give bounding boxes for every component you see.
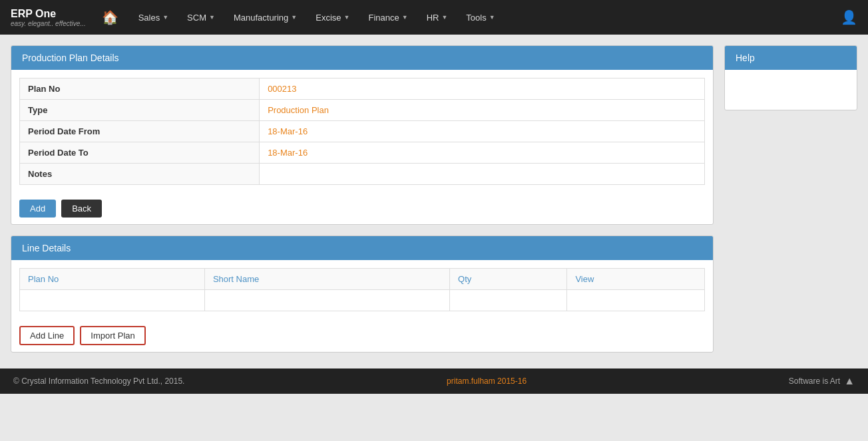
empty-row — [20, 290, 705, 311]
back-button[interactable]: Back — [61, 200, 102, 218]
help-title: Help — [736, 53, 755, 63]
nav-finance-label: Finance — [368, 13, 399, 23]
nav-hr-label: HR — [427, 13, 439, 23]
left-panel: Production Plan Details Plan No 000213 T… — [11, 45, 714, 353]
right-panel: Help — [724, 45, 857, 353]
col-view: View — [567, 269, 705, 290]
user-icon[interactable]: 👤 — [841, 9, 857, 25]
nav-hr[interactable]: HR ▼ — [417, 0, 457, 35]
nav-scm-arrow: ▼ — [209, 14, 215, 21]
line-details-table: Plan No Short Name Qty View — [19, 268, 705, 311]
nav-tools-arrow: ▼ — [489, 14, 495, 21]
app-subtitle: easy. elegant.. effective... — [11, 20, 86, 27]
help-header: Help — [725, 46, 857, 70]
line-details-body: Plan No Short Name Qty View — [11, 260, 713, 319]
nav-scm-label: SCM — [187, 13, 206, 23]
production-plan-card: Production Plan Details Plan No 000213 T… — [11, 45, 714, 225]
table-row: Period Date To 18-Mar-16 — [20, 142, 705, 164]
field-label-type: Type — [20, 100, 260, 121]
main-content: Production Plan Details Plan No 000213 T… — [0, 35, 868, 363]
add-line-button[interactable]: Add Line — [19, 326, 75, 345]
add-button[interactable]: Add — [19, 200, 56, 218]
nav-finance-arrow: ▼ — [402, 14, 408, 21]
field-value-plan-no: 000213 — [260, 78, 705, 100]
footer-center: pritam.fulham 2015-16 — [447, 376, 527, 386]
nav-items: Sales ▼ SCM ▼ Manufacturing ▼ Excise ▼ F… — [129, 0, 841, 35]
table-row: Period Date From 18-Mar-16 — [20, 121, 705, 142]
table-row: Plan No 000213 — [20, 78, 705, 100]
nav-tools[interactable]: Tools ▼ — [457, 0, 504, 35]
field-value-period-to: 18-Mar-16 — [260, 142, 705, 164]
field-value-notes — [260, 164, 705, 185]
col-short-name: Short Name — [204, 269, 449, 290]
nav-hr-arrow: ▼ — [441, 14, 447, 21]
empty-cell — [20, 290, 205, 311]
field-label-period-to: Period Date To — [20, 142, 260, 164]
help-card: Help — [724, 45, 857, 110]
nav-manufacturing[interactable]: Manufacturing ▼ — [224, 0, 306, 35]
footer-right-text: Software is Art — [789, 376, 840, 386]
col-plan-no: Plan No — [20, 269, 205, 290]
home-icon[interactable]: 🏠 — [102, 9, 118, 25]
nav-excise-label: Excise — [316, 13, 341, 23]
production-plan-body: Plan No 000213 Type Production Plan Peri… — [11, 70, 713, 193]
nav-excise[interactable]: Excise ▼ — [306, 0, 359, 35]
empty-cell — [450, 290, 567, 311]
nav-sales-label: Sales — [138, 13, 160, 23]
field-label-period-from: Period Date From — [20, 121, 260, 142]
nav-sales-arrow: ▼ — [162, 14, 168, 21]
field-label-notes: Notes — [20, 164, 260, 185]
brand: ERP One easy. elegant.. effective... — [11, 8, 86, 27]
nav-sales[interactable]: Sales ▼ — [129, 0, 178, 35]
footer: © Crystal Information Technology Pvt Ltd… — [0, 368, 868, 394]
up-arrow-icon[interactable]: ▲ — [844, 375, 855, 387]
field-label-plan-no: Plan No — [20, 78, 260, 100]
line-details-card: Line Details Plan No Short Name Qty View — [11, 235, 714, 353]
footer-left: © Crystal Information Technology Pvt Ltd… — [13, 376, 184, 386]
nav-excise-arrow: ▼ — [344, 14, 350, 21]
help-body — [725, 70, 857, 110]
app-title: ERP One — [11, 8, 86, 20]
nav-tools-label: Tools — [466, 13, 486, 23]
field-value-period-from: 18-Mar-16 — [260, 121, 705, 142]
nav-manufacturing-arrow: ▼ — [291, 14, 297, 21]
line-details-title: Line Details — [22, 243, 71, 253]
production-plan-header: Production Plan Details — [11, 46, 713, 70]
footer-right: Software is Art ▲ — [789, 375, 855, 387]
empty-cell — [204, 290, 449, 311]
production-plan-title: Production Plan Details — [22, 53, 119, 63]
plan-buttons: Add Back — [11, 193, 713, 224]
field-value-type: Production Plan — [260, 100, 705, 121]
table-row: Notes — [20, 164, 705, 185]
table-row: Type Production Plan — [20, 100, 705, 121]
production-plan-table: Plan No 000213 Type Production Plan Peri… — [19, 78, 705, 185]
line-table-header-row: Plan No Short Name Qty View — [20, 269, 705, 290]
import-plan-button[interactable]: Import Plan — [80, 326, 145, 345]
empty-cell — [567, 290, 705, 311]
line-details-header: Line Details — [11, 236, 713, 260]
nav-manufacturing-label: Manufacturing — [234, 13, 288, 23]
nav-scm[interactable]: SCM ▼ — [178, 0, 224, 35]
col-qty: Qty — [450, 269, 567, 290]
navbar: ERP One easy. elegant.. effective... 🏠 S… — [0, 0, 868, 35]
line-buttons: Add Line Import Plan — [11, 319, 713, 352]
nav-finance[interactable]: Finance ▼ — [359, 0, 417, 35]
